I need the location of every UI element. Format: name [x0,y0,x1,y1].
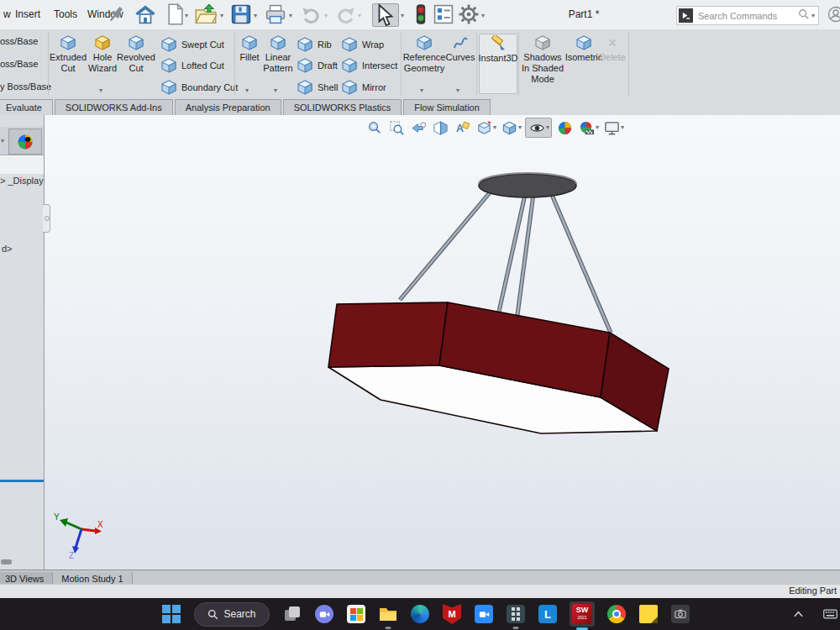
default-tree-item-fragment[interactable]: d> [2,244,45,254]
view-orientation-icon[interactable] [475,118,493,137]
solidworks-taskbar-button[interactable]: SW2021 [570,601,595,627]
apply-scene-caret[interactable]: ▾ [596,123,599,132]
microsoft-store-button[interactable] [346,604,366,624]
select-dropdown-caret[interactable]: ▾ [401,12,404,20]
section-view-icon[interactable] [431,118,449,137]
tab-flow-simulation[interactable]: Flow Simulation [403,99,491,115]
zoom-to-area-icon[interactable] [387,118,406,137]
tab-solidworks-add-ins[interactable]: SOLIDWORKS Add-Ins [55,99,173,115]
save-icon[interactable] [230,3,252,25]
graphics-area[interactable] [44,115,840,570]
wrap-icon [340,35,359,54]
shadows-in-shaded-mode-button[interactable]: Shadows In Shaded Mode [521,34,564,92]
l-app-icon: L [538,605,557,623]
view-orientation-caret[interactable]: ▾ [493,123,496,132]
curves-button[interactable]: Curves [445,34,475,92]
extruded-cut-button[interactable]: Extruded Cut [50,34,86,92]
display-manager-tab[interactable] [8,129,42,155]
horizontal-scrollbar-thumb[interactable] [1,559,12,564]
display-style-icon[interactable] [500,118,518,137]
pin-menu-icon[interactable] [105,3,127,25]
linear-pattern-caret[interactable]: ▾ [274,87,277,95]
chrome-button[interactable] [606,604,627,624]
sticky-notes-button[interactable] [638,604,659,624]
calculator-button[interactable] [506,604,526,624]
fillet-caret[interactable]: ▾ [245,87,249,95]
rib-button[interactable]: Rib [296,34,332,55]
revolved-cut-button[interactable]: Revolved Cut [118,34,155,92]
wrap-button[interactable]: Wrap [340,34,384,55]
edit-appearance-icon[interactable] [555,118,574,137]
taskbar-search[interactable]: Search [194,602,270,627]
tray-chevron-up-icon[interactable] [788,604,808,624]
hide-show-items-caret[interactable]: ▾ [546,123,549,132]
tab-analysis-preparation[interactable]: Analysis Preparation [175,99,281,115]
boss-base-partial-label-3[interactable]: y Boss/Base [0,81,51,92]
menu-insert[interactable]: Insert [12,0,44,29]
tab-evaluate[interactable]: Evaluate [0,99,53,115]
linear-pattern-button[interactable]: Linear Pattern [262,34,294,92]
camera-app-button[interactable] [670,604,690,624]
touch-keyboard-icon[interactable] [820,604,840,624]
hide-show-items-icon[interactable] [528,118,546,137]
curves-icon [451,34,470,52]
boss-base-partial-label-1[interactable]: oss/Base [0,36,38,46]
l-app-button[interactable]: L [538,604,558,624]
swept-cut-button[interactable]: Swept Cut [160,34,224,55]
display-state-tree-item[interactable]: > _Display S [0,176,44,186]
search-dropdown-caret[interactable]: ▾ [811,12,815,20]
panel-splitter-bar[interactable] [0,480,44,482]
search-icon[interactable] [798,8,810,24]
start-button[interactable] [161,604,181,624]
open-dropdown-caret[interactable]: ▾ [220,12,223,20]
user-account-icon[interactable] [827,6,840,26]
file-explorer-button[interactable] [378,604,398,624]
select-cursor-icon[interactable] [372,3,399,27]
linear-pattern-icon [269,34,287,52]
print-icon[interactable] [265,3,286,25]
edge-button[interactable] [410,604,430,624]
new-document-icon[interactable] [165,3,186,25]
teams-chat-icon [315,605,333,623]
tab-solidworks-plastics[interactable]: SOLIDWORKS Plastics [283,99,402,115]
save-dropdown-caret[interactable]: ▾ [254,12,257,20]
hole-wizard-button[interactable]: Hole Wizard [86,34,119,92]
boundary-cut-button[interactable]: Boundary Cut [160,77,238,97]
rebuild-traffic-light-icon[interactable] [410,3,432,25]
file-properties-icon[interactable] [433,3,454,25]
zoom-button[interactable] [474,604,494,624]
display-style-caret[interactable]: ▾ [518,123,522,132]
annotations-view-icon[interactable]: A [453,118,471,137]
curves-caret[interactable]: ▾ [456,87,459,95]
hole-wizard-caret[interactable]: ▾ [99,87,102,95]
open-icon[interactable] [195,3,217,25]
view-settings-caret[interactable]: ▾ [621,123,624,132]
delete-icon: × [603,34,622,52]
panel-collapse-handle[interactable] [43,204,50,233]
view-settings-icon[interactable] [602,118,621,137]
search-commands-box[interactable]: Search Commands ▾ [676,6,819,25]
previous-view-icon[interactable] [409,118,428,137]
apply-scene-icon[interactable] [577,118,596,137]
intersect-button[interactable]: Intersect [340,55,397,76]
lofted-cut-button[interactable]: Lofted Cut [160,55,224,76]
home-icon[interactable] [134,3,156,25]
mcafee-button[interactable]: M [442,604,462,624]
panel-tabs-caret[interactable]: ▾ [1,137,4,145]
menu-tools[interactable]: Tools [50,0,81,29]
options-dropdown-caret[interactable]: ▾ [481,12,485,20]
reference-geometry-caret[interactable]: ▾ [420,87,423,95]
new-dropdown-caret[interactable]: ▾ [185,12,188,20]
teams-chat-button[interactable] [314,604,334,624]
options-gear-icon[interactable] [458,3,480,25]
reference-geometry-button[interactable]: Reference Geometry [403,34,445,92]
draft-button[interactable]: Draft [296,55,338,76]
shell-button[interactable]: Shell [296,77,338,97]
task-view-button[interactable] [282,604,302,624]
instant3d-button[interactable]: Instant3D [479,34,517,94]
fillet-button[interactable]: Fillet [237,34,262,92]
mirror-button[interactable]: Mirror [340,77,386,97]
boss-base-partial-label-2[interactable]: oss/Base [0,59,38,69]
print-dropdown-caret[interactable]: ▾ [289,12,292,20]
zoom-to-fit-icon[interactable] [365,118,384,137]
